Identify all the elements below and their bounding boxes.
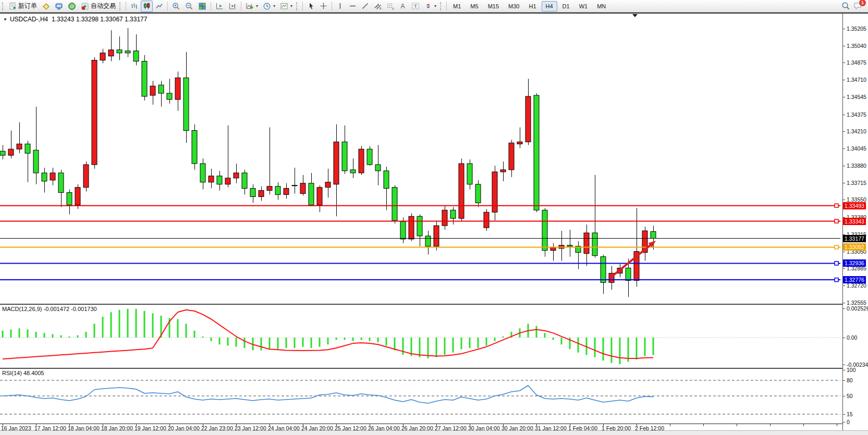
timeframe-bar: M1M5M15M30H1H4D1W1MN	[449, 1, 610, 11]
auto-trading-button[interactable]: 自动交易	[79, 1, 118, 12]
price-tick-mark	[843, 252, 845, 252]
templates-button[interactable]: ▾	[278, 1, 295, 12]
auto-scroll-icon	[215, 2, 224, 10]
candle-body	[359, 149, 364, 173]
macd-bar	[561, 338, 563, 344]
candle-body	[651, 231, 656, 238]
channel-icon: E	[374, 2, 382, 10]
rsi-panel[interactable]: RSI(14) 48.4005	[0, 368, 842, 424]
timeframe-d1-button[interactable]: D1	[558, 1, 574, 11]
timeframe-m15-button[interactable]: M15	[484, 1, 503, 11]
candle-body	[234, 173, 239, 178]
cursor-button[interactable]	[305, 1, 317, 12]
svg-text:T: T	[414, 4, 417, 9]
candle-body	[467, 164, 472, 184]
macd-tick-mark	[843, 338, 845, 338]
crosshair-button[interactable]	[317, 1, 329, 12]
trend-arrow-annotation[interactable]	[611, 243, 653, 277]
community-button[interactable]: @	[66, 1, 78, 12]
bar-chart-button[interactable]	[128, 1, 140, 12]
indicators-button[interactable]: ▾	[243, 1, 260, 12]
macd-label: MACD(12,26,9) -0.001472 -0.001730	[2, 306, 97, 312]
hline-handle[interactable]	[835, 262, 838, 265]
timeframe-m1-button[interactable]: M1	[449, 1, 465, 11]
zoom-in-button[interactable]	[170, 1, 182, 12]
bar-chart-icon	[130, 2, 138, 10]
timeframe-w1-button[interactable]: W1	[575, 1, 592, 11]
equidistant-channel-button[interactable]: E	[372, 1, 384, 12]
hline-handle[interactable]	[835, 219, 838, 223]
macd-bar	[386, 338, 387, 346]
market-button[interactable]	[40, 1, 52, 12]
macd-panel[interactable]: MACD(12,26,9) -0.001472 -0.001730	[0, 304, 842, 368]
fibonacci-button[interactable]: F	[384, 1, 396, 12]
text-label-button[interactable]: T	[409, 1, 422, 12]
chat-button[interactable]: 1	[853, 2, 863, 10]
toolbar-grip[interactable]	[119, 2, 123, 10]
hline-handle[interactable]	[835, 245, 838, 249]
template-icon	[280, 2, 288, 10]
line-chart-button[interactable]	[153, 1, 165, 12]
chart-selector-icon[interactable]: ▼	[3, 17, 7, 22]
svg-text:A: A	[401, 3, 405, 10]
chart-shift-marker[interactable]	[632, 14, 638, 17]
new-order-button[interactable]: 新订单	[7, 1, 39, 12]
price-tick-label: 1.34875	[847, 59, 866, 66]
toolbar-grip[interactable]	[296, 2, 299, 10]
main-toolbar: 新订单 @ 自动交易	[0, 0, 868, 13]
macd-tick-mark	[843, 308, 845, 309]
candle-body	[133, 51, 139, 61]
time-axis[interactable]: 16 Jan 202317 Jan 12:0018 Jan 04:0018 Ja…	[0, 424, 842, 430]
candle-body	[275, 187, 280, 195]
zoom-out-button[interactable]	[183, 1, 195, 12]
price-axis[interactable]: 1.352051.350401.348751.347101.345451.343…	[842, 14, 868, 430]
chart-title[interactable]: ▼USDCAD-,H4 1.33243 1.33298 1.33067 1.33…	[3, 16, 147, 23]
timeframe-m5-button[interactable]: M5	[466, 1, 482, 11]
candle-body	[534, 95, 539, 210]
hline-handle[interactable]	[835, 204, 838, 207]
candle-body	[33, 150, 39, 173]
toolbar-grip[interactable]	[2, 2, 5, 10]
macd-bar	[603, 338, 604, 361]
candle-body	[417, 216, 422, 236]
search-icon[interactable]	[841, 2, 850, 10]
text-icon: A	[399, 2, 407, 10]
periods-button[interactable]: ▾	[261, 1, 277, 12]
candle-body	[459, 164, 464, 218]
macd-bar	[636, 338, 638, 359]
candle-body	[317, 188, 322, 205]
timeframe-mn-button[interactable]: MN	[593, 1, 610, 11]
macd-bar	[27, 330, 29, 338]
auto-scroll-button[interactable]	[213, 1, 226, 12]
trendline-button[interactable]	[359, 1, 371, 12]
chart-shift-button[interactable]	[226, 1, 239, 12]
candle-body	[50, 173, 55, 180]
dropdown-arrow-icon[interactable]: ▾	[434, 4, 436, 8]
hosting-monitor-icon	[55, 2, 63, 10]
virtual-hosting-button[interactable]	[53, 1, 65, 12]
dropdown-arrow-icon[interactable]: ▾	[273, 4, 275, 8]
macd-histogram	[2, 309, 654, 364]
tile-windows-button[interactable]	[196, 1, 209, 12]
hline-handle[interactable]	[835, 278, 838, 282]
arrows-button[interactable]: ▾	[422, 1, 438, 12]
macd-bar	[619, 338, 621, 364]
candle-body	[158, 85, 164, 93]
main-chart-panel[interactable]: ▼USDCAD-,H4 1.33243 1.33298 1.33067 1.33…	[0, 14, 842, 304]
timeframe-m30-button[interactable]: M30	[504, 1, 523, 11]
dropdown-arrow-icon[interactable]: ▾	[290, 4, 292, 8]
candlestick-chart[interactable]	[0, 14, 842, 304]
toolbar-grip[interactable]	[440, 2, 443, 10]
candle-body	[601, 257, 606, 283]
vertical-line-button[interactable]	[334, 1, 346, 12]
timeframe-h4-button[interactable]: H4	[542, 1, 557, 11]
candlestick-chart-button[interactable]	[141, 1, 153, 12]
rsi-chart[interactable]	[0, 369, 842, 424]
candlestick-series	[0, 28, 656, 297]
dropdown-arrow-icon[interactable]: ▾	[256, 4, 258, 8]
macd-bar	[319, 338, 321, 347]
timeframe-h1-button[interactable]: H1	[524, 1, 540, 11]
horizontal-line-button[interactable]	[347, 1, 359, 12]
text-button[interactable]: A	[397, 1, 409, 12]
macd-chart[interactable]	[0, 305, 842, 368]
